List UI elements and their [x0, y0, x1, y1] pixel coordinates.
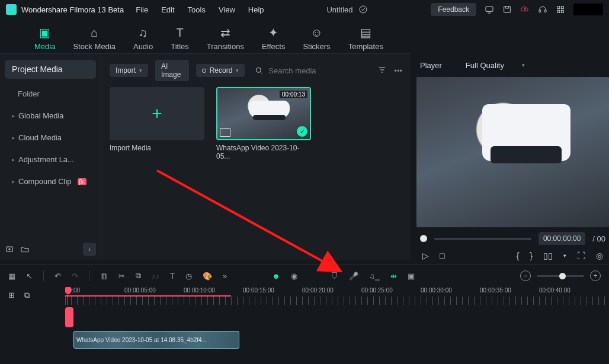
timecode-current: 00:00:00:00: [539, 232, 585, 245]
fullscreen-icon[interactable]: ⛶: [577, 251, 585, 260]
collapse-sidebar-button[interactable]: ‹: [83, 243, 96, 256]
time-ruler[interactable]: 00:0000:00:05:0000:00:10:0000:00:15:0000…: [65, 287, 609, 307]
timeline-clip[interactable]: WhatsApp Video 2023-10-05 at 14.08.35_4b…: [73, 331, 239, 349]
playhead-scrubber[interactable]: [420, 235, 427, 242]
fit-icon[interactable]: ▣: [408, 272, 415, 281]
playhead[interactable]: [65, 287, 71, 305]
tab-stock-media[interactable]: ⌂Stock Media: [73, 24, 116, 53]
tab-stickers[interactable]: ☺Stickers: [303, 24, 330, 53]
player-label: Player: [420, 61, 442, 70]
feedback-button[interactable]: Feedback: [431, 3, 476, 16]
plus-icon: +: [152, 104, 162, 124]
svg-rect-3: [539, 10, 541, 12]
zoom-in-button[interactable]: +: [590, 270, 601, 281]
ai-image-button[interactable]: AI Image: [155, 60, 189, 81]
mark-in-icon[interactable]: {: [517, 251, 520, 260]
quality-dropdown[interactable]: Full Quality▾: [466, 61, 525, 70]
render-preview-icon[interactable]: ◉: [291, 272, 297, 281]
delete-button[interactable]: 🗑: [100, 272, 108, 281]
redo-button[interactable]: ↷: [72, 272, 78, 281]
crop-button[interactable]: ⧉: [136, 271, 141, 281]
sidebar-item-compound-clip[interactable]: ▸Compound Clipβε: [5, 171, 96, 192]
sync-status-icon: [358, 5, 368, 14]
cloud-upload-icon[interactable]: [520, 5, 530, 14]
audio-mixer-icon[interactable]: ♫⎯: [369, 272, 380, 281]
menu-view[interactable]: View: [219, 5, 235, 14]
stop-button[interactable]: □: [440, 251, 444, 260]
tab-effects[interactable]: ✦Effects: [262, 24, 286, 53]
magnetic-timeline-icon[interactable]: ⇹: [390, 272, 397, 281]
menu-edit[interactable]: Edit: [161, 5, 174, 14]
menu-tools[interactable]: Tools: [188, 5, 206, 14]
ai-assistant-icon[interactable]: ☻: [272, 272, 280, 281]
preview-viewport[interactable]: [416, 77, 609, 227]
more-tools-icon[interactable]: »: [223, 272, 227, 281]
headset-icon[interactable]: [538, 5, 547, 14]
tab-audio[interactable]: ♫Audio: [133, 24, 153, 53]
preview-region: [65, 295, 231, 297]
svg-point-10: [257, 67, 261, 72]
record-dot-icon: [202, 69, 206, 73]
progress-track[interactable]: [434, 238, 531, 240]
clip-duration: 00:00:13: [280, 91, 307, 98]
record-dropdown[interactable]: Record▾: [196, 64, 245, 77]
import-dropdown[interactable]: Import▾: [110, 64, 148, 77]
filter-icon[interactable]: [377, 65, 387, 76]
text-tool-icon[interactable]: T: [170, 272, 175, 281]
svg-rect-5: [557, 7, 560, 9]
timecode-total: / 00: [592, 234, 605, 243]
add-track-icon[interactable]: ⊞: [8, 291, 15, 299]
svg-rect-8: [561, 10, 563, 12]
search-input[interactable]: [268, 66, 368, 75]
color-tool-icon[interactable]: 🎨: [203, 272, 212, 281]
import-media-tile[interactable]: +: [110, 87, 204, 140]
used-check-icon: ✓: [297, 126, 307, 137]
sidebar-item-cloud-media[interactable]: ▸Cloud Media: [5, 127, 96, 148]
zoom-slider[interactable]: [537, 275, 584, 277]
media-clip-caption: WhatsApp Video 2023-10-05...: [216, 144, 311, 160]
save-icon[interactable]: [502, 5, 512, 14]
more-icon[interactable]: •••: [394, 66, 402, 75]
film-icon: [220, 128, 230, 137]
snapshot-icon[interactable]: ◎: [596, 251, 603, 260]
split-button[interactable]: ✂: [118, 272, 125, 281]
sidebar-item-adjustment-layer[interactable]: ▸Adjustment La...: [5, 149, 96, 170]
menu-file[interactable]: File: [136, 5, 148, 14]
voiceover-icon[interactable]: 🎤: [349, 272, 358, 281]
svg-rect-7: [557, 10, 560, 12]
marker-icon[interactable]: ⛉: [331, 272, 338, 281]
link-tracks-icon[interactable]: ⧉: [24, 291, 30, 300]
import-media-caption: Import Media: [110, 144, 204, 152]
svg-point-0: [360, 6, 367, 13]
track-handle[interactable]: [65, 307, 73, 327]
sidebar-item-folder[interactable]: Folder: [11, 83, 96, 104]
tab-templates[interactable]: ▤Templates: [348, 24, 383, 53]
document-title[interactable]: Untitled: [326, 5, 352, 14]
new-folder-icon[interactable]: [20, 244, 30, 254]
monitor-icon[interactable]: [485, 5, 494, 14]
svg-rect-1: [486, 7, 493, 11]
sidebar-item-project-media[interactable]: Project Media: [5, 60, 96, 79]
zoom-out-button[interactable]: −: [520, 270, 531, 281]
menu-help[interactable]: Help: [248, 5, 264, 14]
tab-transitions[interactable]: ⇄Transitions: [207, 24, 244, 53]
undo-button[interactable]: ↶: [55, 272, 61, 281]
tab-media[interactable]: ▣Media: [34, 24, 55, 53]
svg-rect-2: [504, 7, 511, 13]
media-clip-tile[interactable]: 00:00:13 ✓: [216, 87, 311, 140]
pointer-tool-icon[interactable]: ↖: [26, 272, 33, 281]
layout-icon[interactable]: ▯▯: [543, 251, 553, 260]
speed-tool-icon[interactable]: ◷: [185, 272, 192, 281]
layout-panels-icon[interactable]: ▦: [8, 272, 15, 281]
sidebar-item-global-media[interactable]: ▸Global Media: [5, 105, 96, 126]
mark-out-icon[interactable]: }: [530, 251, 533, 260]
search-icon: [254, 66, 264, 75]
apps-grid-icon[interactable]: [556, 5, 565, 14]
new-bin-icon[interactable]: [5, 244, 14, 254]
audio-tool-icon[interactable]: ♪♪: [152, 272, 159, 281]
app-title: Wondershare Filmora 13 Beta: [21, 5, 124, 14]
app-logo: [6, 4, 17, 15]
tab-titles[interactable]: TTitles: [171, 24, 189, 53]
account-area[interactable]: [573, 4, 603, 15]
play-button[interactable]: ▷: [422, 251, 429, 260]
